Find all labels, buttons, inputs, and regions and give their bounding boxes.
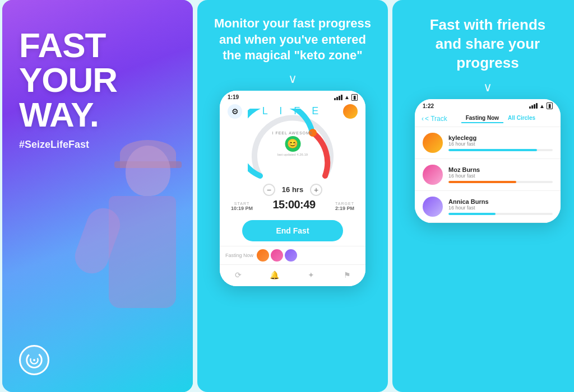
friend-item-2: Moz Burns 16 hour fast [415, 159, 561, 191]
alert-tab-icon: 🔔 [269, 269, 280, 281]
target-time-section: TARGET 2:19 PM [335, 202, 354, 211]
fasting-friend-avatar-1 [257, 249, 269, 262]
status-bar: 1:19 ▲ ▮ [220, 91, 365, 102]
status-time-3: 1:22 [423, 103, 434, 109]
start-time-section: START 10:19 PM [231, 202, 253, 211]
friend-item-3: Annica Burns 16 hour fast [415, 191, 561, 223]
wifi-icon: ▲ [344, 94, 350, 100]
timer-row: START 10:19 PM 15:00:49 TARGET 2:19 PM [225, 198, 360, 211]
end-fast-button[interactable]: End Fast [242, 220, 342, 241]
panel-1-content: FAST YOUR WAY. #SeizeLifeFast [2, 0, 193, 162]
logo-bottom [19, 345, 49, 375]
avatar-row [257, 249, 297, 262]
start-time: 10:19 PM [231, 206, 253, 211]
status-icons: ▲ ▮ [334, 94, 358, 101]
back-chevron-icon: ‹ [422, 115, 424, 123]
svg-point-2 [33, 359, 35, 361]
friend-avatar-1 [423, 133, 443, 153]
tab-profile[interactable]: ⚑ [342, 269, 353, 281]
friend-avatar-3 [423, 197, 443, 217]
status-time: 1:19 [228, 94, 239, 100]
home-tab-icon: ⟳ [233, 269, 244, 281]
friend-desc-1: 16 hour fast [448, 141, 553, 147]
friend-progress-2 [448, 181, 553, 183]
friend-progress-3 [448, 213, 553, 215]
start-label: START [231, 202, 253, 206]
person-silhouette [81, 134, 193, 358]
phone-mockup-2: 1:19 ▲ ▮ ⚙ L I F E [220, 91, 365, 286]
battery-icon: ▮ [351, 94, 358, 101]
fasting-friend-avatar-2 [271, 249, 283, 262]
panel-2-header: Monitor your fast progress and when you'… [197, 0, 388, 69]
nav-tabs: Fasting Now All Circles [447, 114, 554, 123]
user-avatar[interactable] [343, 104, 358, 119]
title-line1: FAST [19, 28, 176, 63]
person-body [109, 196, 176, 308]
friend-progress-bar-2 [448, 181, 516, 183]
bottom-tabs: ⟳ 🔔 ✦ ⚑ [220, 264, 365, 286]
friend-info-3: Annica Burns 16 hour fast [448, 198, 553, 215]
friend-progress-1 [448, 149, 553, 151]
friend-info-1: kyleclegg 16 hour fast [448, 134, 553, 151]
panel-1: FAST YOUR WAY. #SeizeLifeFast [2, 0, 193, 392]
tab-fasting-now[interactable]: Fasting Now [461, 114, 503, 123]
panel-2: Monitor your fast progress and when you'… [197, 0, 388, 392]
friend-progress-bar-1 [448, 149, 537, 151]
panel3-header-line1: Fast with friends [430, 16, 546, 33]
app-nav-bar: ‹ < Track Fasting Now All Circles [415, 110, 561, 127]
tab-all-circles[interactable]: All Circles [503, 114, 540, 123]
friend-name-3: Annica Burns [448, 198, 553, 205]
friends-list: kyleclegg 16 hour fast Moz Burns 16 hour… [415, 127, 561, 223]
status-bar-3: 1:22 ▲ ▮ [415, 99, 561, 110]
fasting-section: I FEEL AWESOME 😊 last updated 4.26.19 − … [220, 122, 365, 216]
fasting-now-bar: Fasting Now [220, 246, 365, 264]
logo-spiral-icon [24, 349, 45, 371]
friend-progress-bar-3 [448, 213, 496, 215]
fasting-circle-container: I FEEL AWESOME 😊 last updated 4.26.19 [248, 125, 337, 181]
friend-item-1: kyleclegg 16 hour fast [415, 127, 561, 159]
back-label: < Track [425, 115, 447, 123]
target-label: TARGET [335, 202, 354, 206]
tab-home[interactable]: ⟳ [233, 269, 244, 281]
logo-circle [19, 345, 49, 375]
friend-avatar-2 [423, 165, 443, 185]
friend-info-2: Moz Burns 16 hour fast [448, 166, 553, 183]
panel-3: Fast with friends and share your progres… [392, 0, 574, 392]
tab-alert[interactable]: 🔔 [269, 269, 280, 281]
friend-name-2: Moz Burns [448, 166, 553, 173]
panel3-chevron-icon: ∨ [483, 80, 492, 95]
title-line2: YOUR [19, 63, 176, 97]
status-icons-3: ▲ ▮ [529, 102, 553, 109]
hashtag: #SeizeLifeFast [19, 139, 176, 151]
discover-tab-icon: ✦ [305, 269, 317, 281]
friend-desc-3: 16 hour fast [448, 205, 553, 211]
panel3-header-line2: and share your progress [436, 35, 540, 71]
gear-icon[interactable]: ⚙ [228, 104, 242, 119]
phone-mockup-3: 1:22 ▲ ▮ ‹ < Track Fasting Now All Circ [415, 99, 561, 223]
tab-discover[interactable]: ✦ [305, 269, 317, 281]
feel-label: I FEEL AWESOME [272, 131, 313, 135]
friend-name-1: kyleclegg [448, 134, 553, 141]
fasting-now-label: Fasting Now [225, 253, 253, 258]
circle-center: I FEEL AWESOME 😊 last updated 4.26.19 [272, 131, 313, 156]
smiley-icon: 😊 [285, 136, 300, 152]
title-line3: WAY. [19, 97, 176, 132]
back-button[interactable]: ‹ < Track [422, 115, 447, 123]
timer-display: 15:00:49 [272, 198, 315, 211]
friend-desc-2: 16 hour fast [448, 173, 553, 179]
fasting-friend-avatar-3 [285, 249, 297, 262]
main-title: FAST YOUR WAY. [19, 28, 176, 132]
wifi-icon-3: ▲ [539, 103, 545, 109]
chevron-down-icon: ∨ [288, 72, 297, 86]
signal-icon-3 [529, 103, 538, 109]
profile-tab-icon: ⚑ [342, 269, 353, 281]
target-time: 2:19 PM [335, 206, 354, 211]
battery-icon-3: ▮ [547, 102, 553, 109]
last-updated-label: last updated 4.26.19 [272, 153, 313, 156]
panel-3-header: Fast with friends and share your progres… [392, 0, 574, 78]
signal-icon [334, 95, 342, 100]
